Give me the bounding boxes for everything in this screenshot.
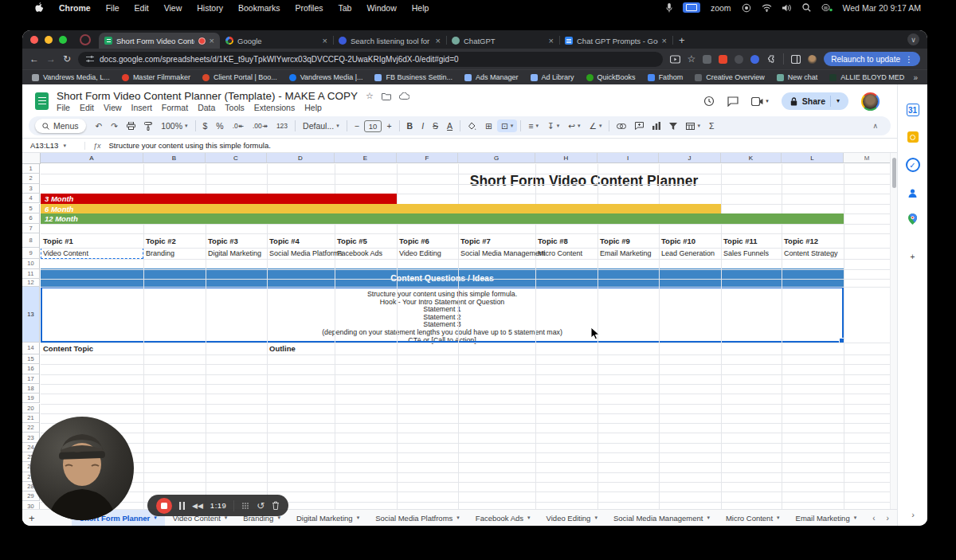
browser-tab-1[interactable]: Google× bbox=[220, 33, 333, 49]
sheet-tab-email-marketing[interactable]: Email Marketing▾ bbox=[788, 510, 865, 526]
bookmark-item-5[interactable]: Ads Manager bbox=[464, 73, 519, 81]
sheet-tab-facebook-ads[interactable]: Facebook Ads▾ bbox=[468, 510, 539, 526]
text-rotation-button[interactable]: ∠▾ bbox=[586, 119, 606, 132]
topic-value-cell-4[interactable]: Social Media Platforms bbox=[269, 249, 343, 257]
bookmark-star-icon[interactable]: ☆ bbox=[688, 53, 696, 65]
relaunch-button[interactable]: Relaunch to update ⋮ bbox=[824, 52, 920, 66]
bookmark-item-3[interactable]: Vandrews Media |... bbox=[289, 73, 363, 81]
topic-value-cell-11[interactable]: Sales Funnels bbox=[723, 249, 769, 257]
sheets-menu-format[interactable]: Format bbox=[162, 103, 188, 112]
account-avatar[interactable] bbox=[861, 92, 880, 111]
menu-edit[interactable]: Edit bbox=[135, 3, 149, 13]
row-header-1[interactable]: 1 bbox=[22, 164, 40, 174]
sheets-menu-file[interactable]: File bbox=[57, 103, 70, 112]
column-header-C[interactable]: C bbox=[206, 153, 267, 163]
topic-title-cell-6[interactable]: Topic #6 bbox=[399, 237, 429, 245]
insert-link-button[interactable] bbox=[613, 122, 630, 131]
cell-outline[interactable]: Outline bbox=[269, 344, 296, 353]
format-percent-button[interactable]: % bbox=[212, 119, 227, 132]
row-header-10[interactable]: 10 bbox=[22, 259, 40, 269]
name-box[interactable]: A13:L13▾ bbox=[22, 141, 84, 150]
column-header-I[interactable]: I bbox=[598, 153, 659, 163]
menu-view[interactable]: View bbox=[164, 3, 182, 13]
formula-input[interactable]: Structure your content using this simple… bbox=[109, 141, 271, 150]
keep-icon[interactable] bbox=[907, 131, 919, 143]
sheet-tabs-prev-icon[interactable]: ‹ bbox=[872, 514, 875, 523]
row-header-18[interactable]: 18 bbox=[22, 384, 40, 394]
user-status-icon[interactable] bbox=[821, 3, 833, 12]
sheets-menu-tools[interactable]: Tools bbox=[225, 103, 245, 112]
more-formats-button[interactable]: 123 bbox=[272, 120, 292, 131]
profile-avatar[interactable] bbox=[808, 55, 817, 64]
table-views-button[interactable]: ▾ bbox=[682, 121, 704, 131]
sheet-tab-caret-icon[interactable]: ▾ bbox=[777, 515, 780, 521]
sheet-tab-micro-content[interactable]: Micro Content▾ bbox=[718, 510, 788, 526]
screen-recording-indicator-icon[interactable] bbox=[683, 2, 700, 13]
topic-title-cell-1[interactable]: Topic #1 bbox=[43, 237, 73, 245]
tab-close-icon[interactable]: × bbox=[210, 37, 214, 45]
horizontal-align-button[interactable]: ≡▾ bbox=[524, 119, 543, 132]
meet-presentation-icon[interactable]: ▾ bbox=[751, 97, 769, 106]
sheet-tabs-next-icon[interactable]: › bbox=[887, 514, 889, 523]
maps-icon[interactable] bbox=[907, 213, 919, 225]
font-select[interactable]: Defaul...▾ bbox=[299, 119, 343, 132]
cell-sheet-title[interactable]: Short Form Video Content Planner bbox=[265, 173, 891, 190]
back-button[interactable]: ← bbox=[29, 53, 39, 65]
browser-tab-4[interactable]: Chat GPT Prompts - Google× bbox=[559, 33, 672, 49]
reload-button[interactable]: ↻ bbox=[63, 53, 71, 65]
topic-value-cell-1[interactable]: Video Content bbox=[43, 249, 88, 257]
extension-icon-4[interactable] bbox=[750, 55, 759, 64]
sheet-tab-video-editing[interactable]: Video Editing▾ bbox=[539, 510, 605, 526]
drag-handle-icon[interactable] bbox=[241, 502, 249, 510]
menu-file[interactable]: File bbox=[106, 3, 120, 13]
meet-caret-icon[interactable]: ▾ bbox=[766, 98, 769, 104]
strikethrough-button[interactable]: S bbox=[429, 119, 442, 132]
row-header-12[interactable]: 12 bbox=[22, 279, 40, 287]
font-size-input[interactable]: 10 bbox=[364, 120, 382, 132]
grid-canvas[interactable]: Short Form Video Content Planner Content… bbox=[41, 164, 891, 509]
sheets-menu-data[interactable]: Data bbox=[198, 103, 215, 112]
column-header-L[interactable]: L bbox=[782, 153, 844, 163]
row-header-13[interactable]: 13 bbox=[22, 287, 40, 343]
topic-value-cell-8[interactable]: Micro Content bbox=[538, 249, 582, 257]
contacts-icon[interactable] bbox=[907, 187, 919, 198]
decrease-decimal-button[interactable]: .0↞ bbox=[229, 120, 248, 131]
address-bar[interactable]: docs.google.com/spreadsheets/d/1KE_t9uyT… bbox=[78, 52, 662, 67]
redo-button[interactable]: ↷ bbox=[107, 119, 122, 132]
format-currency-button[interactable]: $ bbox=[199, 119, 212, 132]
sheets-menu-extensions[interactable]: Extensions bbox=[254, 103, 295, 112]
bookmark-item-10[interactable]: New chat bbox=[777, 73, 818, 81]
add-sheet-button[interactable]: + bbox=[29, 512, 35, 524]
tab-close-icon[interactable]: × bbox=[662, 37, 667, 45]
merge-cells-button[interactable]: ⊡▾ bbox=[497, 119, 517, 132]
extensions-puzzle-icon[interactable] bbox=[766, 54, 776, 64]
topic-title-cell-3[interactable]: Topic #3 bbox=[208, 237, 238, 245]
row-header-22[interactable]: 22 bbox=[22, 423, 40, 433]
menubar-app-name[interactable]: Chrome bbox=[59, 3, 91, 13]
bookmark-item-6[interactable]: Ad Library bbox=[531, 73, 574, 81]
cell-content-topic[interactable]: Content Topic bbox=[43, 344, 93, 353]
vertical-scrollbar[interactable] bbox=[890, 153, 897, 509]
media-controls-icon[interactable] bbox=[670, 55, 680, 64]
sheets-menu-insert[interactable]: Insert bbox=[131, 103, 152, 112]
content-questions-banner-cell[interactable]: Content Questions / Ideas bbox=[41, 268, 844, 287]
topic-value-cell-12[interactable]: Content Strategy bbox=[784, 249, 838, 257]
row-header-30[interactable]: 30 bbox=[22, 502, 40, 510]
borders-button[interactable]: ⊞ bbox=[481, 119, 496, 132]
topic-value-cell-3[interactable]: Digital Marketing bbox=[208, 249, 261, 257]
topic-title-cell-11[interactable]: Topic #11 bbox=[723, 237, 758, 245]
comment-history-icon[interactable] bbox=[727, 96, 739, 107]
vertical-align-button[interactable]: ↧▾ bbox=[543, 119, 563, 132]
column-header-A[interactable]: A bbox=[41, 153, 143, 163]
tab-close-icon[interactable]: × bbox=[323, 37, 327, 45]
column-header-M[interactable]: M bbox=[844, 153, 891, 163]
site-settings-icon[interactable] bbox=[86, 55, 94, 63]
bookmark-item-0[interactable]: Vandrews Media, L... bbox=[32, 73, 110, 81]
rewind-icon[interactable]: ◀◀ bbox=[192, 502, 203, 510]
bookmark-item-8[interactable]: Fathom bbox=[648, 73, 684, 81]
column-header-D[interactable]: D bbox=[267, 153, 335, 163]
row-header-9[interactable]: 9 bbox=[22, 248, 40, 259]
topic-value-cell-6[interactable]: Video Editing bbox=[399, 249, 441, 257]
topic-title-cell-9[interactable]: Topic #9 bbox=[600, 237, 630, 245]
functions-button[interactable]: Σ bbox=[705, 119, 719, 132]
